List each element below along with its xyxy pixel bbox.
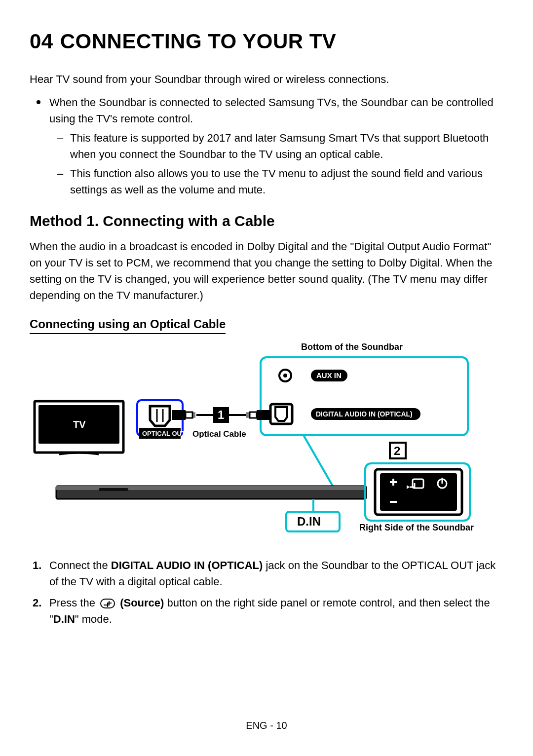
callout-line-icon [304, 435, 336, 491]
svg-rect-5 [172, 410, 186, 420]
callout-2-label: 2 [394, 444, 400, 457]
din-label: D.IN [297, 515, 321, 528]
step-bold: DIGITAL AUDIO IN (OPTICAL) [111, 559, 263, 571]
cable-label: Optical Cable [192, 429, 246, 439]
diagram-svg: Bottom of the Soundbar AUX IN DIGITAL AU… [30, 339, 503, 541]
step-bold: D.IN [53, 613, 75, 625]
chapter-title-text: CONNECTING TO YOUR TV [60, 30, 337, 53]
callout-1-label: 1 [218, 408, 224, 421]
step-text: button on the right side panel or remote… [49, 597, 490, 625]
tv-label: TV [73, 419, 86, 430]
aux-in-label: AUX IN [316, 371, 342, 379]
chapter-number: 04 [30, 30, 53, 53]
intro-paragraph: Hear TV sound from your Soundbar through… [30, 71, 503, 87]
optical-out-label: OPTICAL OUT [142, 430, 186, 437]
step-text: Connect the [49, 559, 111, 571]
tv-icon: TV [35, 401, 123, 454]
svg-rect-7 [250, 412, 257, 418]
step-bold: (Source) [117, 597, 164, 609]
chapter-title: 04CONNECTING TO YOUR TV [30, 30, 503, 53]
svg-rect-8 [257, 410, 270, 420]
side-panel-icon [375, 469, 462, 515]
svg-rect-11 [99, 488, 128, 491]
page-footer: ENG - 10 [0, 720, 533, 731]
bullet-text: When the Soundbar is connected to select… [49, 96, 494, 125]
method-title: Method 1. Connecting with a Cable [30, 213, 503, 229]
cable-plug-left-icon [172, 410, 195, 420]
step-text: Press the [49, 597, 98, 609]
optical-in-label: DIGITAL AUDIO IN (OPTICAL) [316, 410, 413, 418]
method-paragraph: When the audio in a broadcast is encoded… [30, 238, 503, 303]
diagram-label-top: Bottom of the Soundbar [301, 342, 403, 352]
dash-item: This function also allows you to use the… [70, 165, 503, 198]
optical-out-port-icon [150, 406, 170, 426]
subsection-title: Connecting using an Optical Cable [30, 317, 226, 334]
dash-item: This feature is supported by 2017 and la… [70, 130, 503, 162]
bullet-item: When the Soundbar is connected to select… [49, 94, 503, 198]
svg-rect-6 [186, 412, 192, 418]
cable-plug-right-icon [246, 410, 270, 420]
step-item: Connect the DIGITAL AUDIO IN (OPTICAL) j… [49, 557, 503, 590]
step-text: " mode. [75, 613, 112, 625]
source-icon [100, 599, 115, 608]
connection-diagram: Bottom of the Soundbar AUX IN DIGITAL AU… [30, 339, 503, 543]
diagram-label-right: Right Side of the Soundbar [359, 523, 474, 532]
aux-jack-center-icon [283, 374, 287, 378]
optical-in-port-icon [270, 404, 292, 424]
soundbar-icon [56, 486, 366, 499]
step-item: Press the (Source) button on the right s… [49, 595, 503, 627]
